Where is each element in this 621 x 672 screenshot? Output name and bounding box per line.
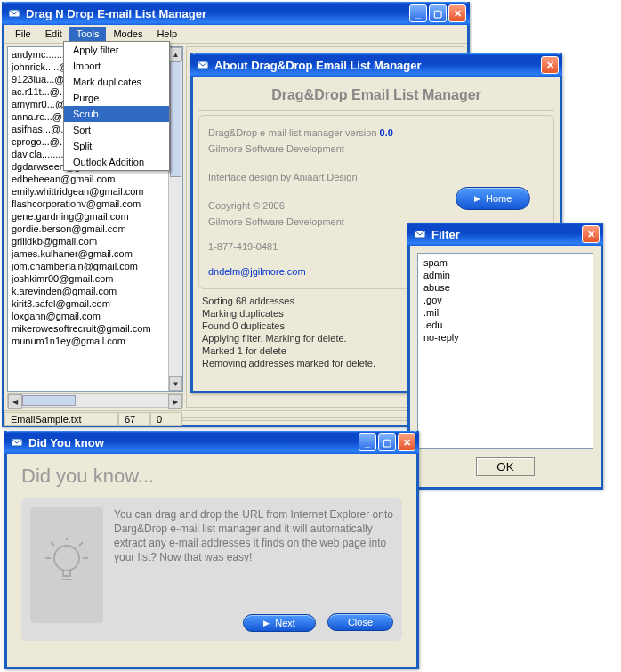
about-version: 0.0	[380, 127, 393, 138]
tools-menu-item[interactable]: Scrub	[64, 106, 169, 122]
about-close-button[interactable]: ✕	[541, 56, 559, 74]
next-button[interactable]: ▶Next	[243, 614, 316, 632]
filter-title: Filter	[431, 228, 460, 241]
filter-item[interactable]: .edu	[423, 319, 587, 331]
filter-titlebar[interactable]: Filter ✕	[407, 223, 603, 246]
list-item[interactable]: mikerowesoftrecruit@gmail.com	[12, 322, 179, 335]
dyk-maximize-button[interactable]: ▢	[378, 433, 396, 451]
dyk-panel: You can drag and drop the URL from Inter…	[21, 498, 402, 641]
filter-icon	[413, 227, 427, 241]
arrow-right-icon: ▶	[263, 619, 270, 627]
minimize-button[interactable]: _	[409, 4, 427, 22]
scroll-left-button[interactable]: ◀	[8, 394, 22, 409]
about-line1: Drag&Drop e-mail list manager version	[208, 127, 380, 138]
list-item[interactable]: gordie.berson@gmail.com	[12, 223, 179, 235]
dyk-close-pill[interactable]: Close	[327, 613, 393, 631]
filter-item[interactable]: abuse	[423, 281, 587, 294]
list-item[interactable]: loxgann@gmail.com	[12, 310, 179, 322]
main-title: Drag N Drop E-mail List Manager	[26, 7, 206, 20]
dyk-close-button[interactable]: ✕	[398, 433, 415, 451]
about-titlebar[interactable]: About Drag&Drop Email List Manager ✕	[190, 53, 562, 77]
filter-item[interactable]: admin	[423, 269, 587, 281]
svg-point-4	[54, 546, 79, 571]
maximize-button[interactable]: ▢	[429, 4, 447, 22]
list-item[interactable]: k.arevinden@gmail.com	[12, 285, 179, 297]
statusbar: EmailSample.txt 67 0	[4, 410, 467, 426]
close-button[interactable]: ✕	[448, 4, 466, 22]
dyk-heading: Did you know...	[21, 463, 402, 498]
scroll-down-button[interactable]: ▼	[169, 376, 182, 391]
svg-line-9	[51, 542, 54, 546]
listbox-hscroll[interactable]: ◀ ▶	[7, 393, 183, 408]
dyk-title: Did You know	[28, 436, 104, 449]
svg-line-10	[79, 542, 83, 546]
filter-item[interactable]: .mil	[423, 306, 587, 319]
list-item[interactable]: james.kulhaner@gmail.com	[12, 247, 179, 260]
list-item[interactable]: munum1n1ey@gmail.com	[12, 335, 179, 347]
about-line2: Gilmore Software Development	[208, 141, 456, 157]
menu-tools[interactable]: Tools	[69, 27, 107, 41]
filter-item[interactable]: no-reply	[423, 331, 587, 344]
about-icon	[196, 58, 210, 72]
dyk-text: You can drag and drop the URL from Inter…	[114, 507, 393, 564]
list-item[interactable]: jom.chamberlain@gmail.com	[12, 260, 179, 272]
filter-list[interactable]: spamadminabuse.gov.mil.eduno-reply	[417, 253, 593, 449]
listbox-scrollbar[interactable]: ▲ ▼	[168, 47, 182, 391]
arrow-right-icon: ▶	[474, 190, 480, 206]
list-item[interactable]: joshkimr00@gmail.com	[12, 272, 179, 285]
tools-menu-item[interactable]: Outlook Addition	[64, 154, 169, 170]
about-copyright: Copyright © 2006	[208, 198, 456, 214]
scroll-right-button[interactable]: ▶	[168, 394, 182, 409]
filter-close-button[interactable]: ✕	[582, 225, 600, 243]
list-item[interactable]: grilldkb@gmail.com	[12, 235, 179, 247]
menu-edit[interactable]: Edit	[38, 27, 69, 41]
filter-item[interactable]: spam	[423, 256, 587, 269]
dyk-titlebar[interactable]: Did You know _ ▢ ✕	[4, 431, 419, 454]
lightbulb-icon	[30, 507, 103, 623]
list-item[interactable]: kirit3.safel@gmail.com	[12, 297, 179, 310]
scroll-thumb[interactable]	[170, 61, 181, 177]
ok-button[interactable]: OK	[476, 457, 534, 476]
tools-menu-item[interactable]: Apply filter	[64, 42, 169, 58]
tools-menu-item[interactable]: Purge	[64, 90, 169, 106]
about-title: About Drag&Drop Email List Manager	[214, 59, 422, 72]
main-titlebar[interactable]: Drag N Drop E-mail List Manager _ ▢ ✕	[2, 2, 470, 25]
list-item[interactable]: flashcorporationv@gmail.com	[12, 198, 179, 210]
menu-modes[interactable]: Modes	[106, 27, 149, 41]
dyk-app-icon	[10, 435, 24, 449]
tools-menu-item[interactable]: Mark duplicates	[64, 74, 169, 90]
tools-menu-item[interactable]: Sort	[64, 122, 169, 138]
menu-help[interactable]: Help	[149, 27, 184, 41]
list-item[interactable]: gene.gardning@gmail.com	[12, 210, 179, 223]
menu-file[interactable]: File	[8, 27, 38, 41]
filter-window: Filter ✕ spamadminabuse.gov.mil.eduno-re…	[407, 223, 603, 490]
tools-dropdown: Apply filterImportMark duplicatesPurgeSc…	[63, 41, 170, 171]
status-count: 67	[118, 412, 150, 426]
app-icon	[7, 6, 21, 20]
dyk-window: Did You know _ ▢ ✕ Did you know...	[4, 431, 419, 669]
about-line3: Interface design by Aniaart Design	[208, 169, 456, 185]
about-header: Drag&Drop Email List Manager	[198, 82, 554, 111]
dyk-minimize-button[interactable]: _	[359, 433, 376, 451]
tools-menu-item[interactable]: Import	[64, 58, 169, 74]
status-filename: EmailSample.txt	[4, 412, 118, 426]
home-button[interactable]: ▶Home	[456, 187, 530, 210]
list-item[interactable]: edbeheean@gmail.com	[12, 173, 179, 185]
hscroll-thumb[interactable]	[22, 395, 76, 406]
tools-menu-item[interactable]: Split	[64, 138, 169, 154]
filter-item[interactable]: .gov	[423, 294, 587, 306]
list-item[interactable]: emily.whittridgean@gmail.com	[12, 185, 179, 198]
scroll-up-button[interactable]: ▲	[169, 47, 182, 61]
menubar: File Edit Tools Modes Help Apply filterI…	[4, 25, 467, 44]
status-other: 0	[150, 412, 182, 426]
